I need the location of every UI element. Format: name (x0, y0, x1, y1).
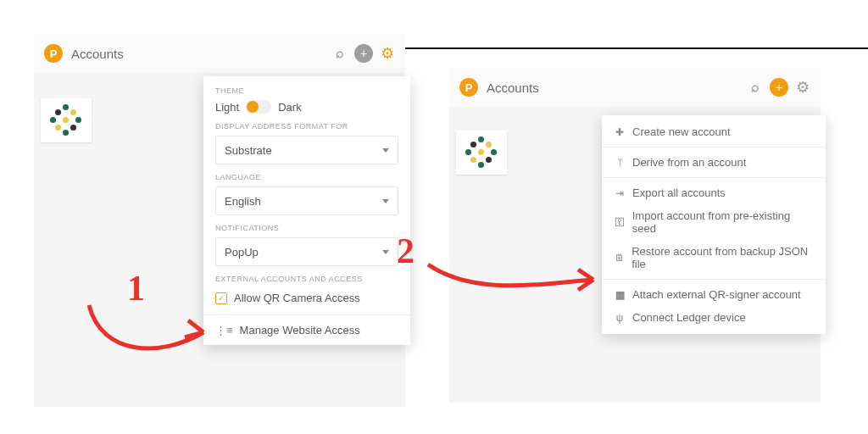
allow-qr-camera-label: Allow QR Camera Access (234, 292, 360, 304)
page-title: Accounts (487, 81, 539, 95)
menu-label: Restore account from backup JSON file (632, 245, 814, 270)
identicon-icon (50, 104, 82, 136)
chevron-down-icon (382, 199, 389, 203)
menu-connect-ledger[interactable]: ψ Connect Ledger device (602, 306, 826, 329)
address-format-select[interactable]: Substrate (215, 136, 398, 164)
address-format-value: Substrate (225, 144, 272, 157)
app-logo-icon: P (44, 44, 63, 63)
menu-restore-json[interactable]: 🗎 Restore account from backup JSON file (602, 240, 826, 275)
page-title: Accounts (71, 47, 124, 61)
chevron-down-icon (382, 250, 389, 254)
header: P Accounts ⌕ + ⚙ (449, 68, 821, 107)
menu-label: Export all accounts (632, 186, 726, 199)
list-icon: ⋮≡ (215, 324, 233, 337)
settings-dropdown: THEME Light Dark DISPLAY ADDRESS FORMAT … (203, 76, 410, 345)
language-label: LANGUAGE (215, 173, 398, 181)
address-format-label: DISPLAY ADDRESS FORMAT FOR (215, 122, 398, 131)
menu-label: Import account from pre-existing seed (632, 209, 814, 235)
theme-label: THEME (215, 86, 398, 95)
theme-toggle[interactable] (246, 100, 271, 114)
language-select[interactable]: English (215, 186, 398, 215)
notifications-value: PopUp (225, 246, 259, 259)
search-icon[interactable]: ⌕ (746, 78, 765, 97)
extension-window-step2: P Accounts ⌕ + ⚙ ✚ Create new account ᛘ (449, 68, 821, 403)
add-account-icon[interactable]: + (770, 78, 788, 97)
menu-import-seed[interactable]: ⚿ Import account from pre-existing seed (602, 204, 826, 240)
plus-circle-icon: ✚ (614, 126, 626, 138)
app-logo-icon: P (459, 78, 478, 97)
search-icon[interactable]: ⌕ (331, 44, 349, 63)
menu-export-all[interactable]: ⇥ Export all accounts (602, 181, 826, 204)
menu-separator (602, 147, 826, 147)
language-value: English (225, 195, 261, 208)
account-tile[interactable] (456, 131, 507, 175)
menu-attach-qr-signer[interactable]: ▦ Attach external QR-signer account (602, 283, 826, 306)
file-icon: 🗎 (614, 252, 625, 264)
header: P Accounts ⌕ + ⚙ (34, 34, 405, 73)
notifications-select[interactable]: PopUp (215, 237, 398, 266)
export-icon: ⇥ (614, 187, 626, 199)
extension-window-step1: P Accounts ⌕ + ⚙ THEME Light Dark DISPLA… (34, 34, 405, 407)
manage-website-access-label: Manage Website Access (240, 324, 360, 337)
annotation-step-number-2: 2 (397, 231, 415, 271)
qr-icon: ▦ (614, 289, 626, 301)
annotation-step-number-1: 1 (127, 268, 145, 309)
menu-separator (602, 177, 826, 178)
usb-icon: ψ (614, 312, 626, 324)
menu-separator (602, 279, 826, 280)
menu-create-account[interactable]: ✚ Create new account (602, 120, 826, 143)
checkbox-checked-icon: ✓ (215, 292, 227, 304)
manage-website-access-link[interactable]: ⋮≡ Manage Website Access (203, 314, 410, 345)
add-account-icon[interactable]: + (354, 44, 373, 63)
chevron-down-icon (382, 148, 389, 153)
branch-icon: ᛘ (614, 157, 626, 169)
theme-dark-label: Dark (278, 101, 301, 114)
external-access-label: EXTERNAL ACCOUNTS AND ACCESS (215, 275, 398, 283)
key-icon: ⚿ (614, 216, 626, 228)
account-tile[interactable] (41, 98, 92, 142)
add-account-dropdown: ✚ Create new account ᛘ Derive from an ac… (602, 115, 826, 334)
figure-divider (405, 47, 868, 49)
settings-icon[interactable]: ⚙ (378, 44, 397, 63)
theme-light-label: Light (215, 101, 239, 114)
menu-label: Attach external QR-signer account (632, 288, 801, 301)
notifications-label: NOTIFICATIONS (215, 224, 398, 232)
identicon-icon (465, 136, 498, 169)
menu-label: Create new account (632, 125, 731, 138)
menu-derive-account[interactable]: ᛘ Derive from an account (602, 151, 826, 174)
menu-label: Derive from an account (632, 156, 746, 169)
settings-icon[interactable]: ⚙ (793, 78, 812, 97)
allow-qr-camera-checkbox[interactable]: ✓ Allow QR Camera Access (215, 292, 398, 304)
menu-label: Connect Ledger device (632, 311, 746, 324)
